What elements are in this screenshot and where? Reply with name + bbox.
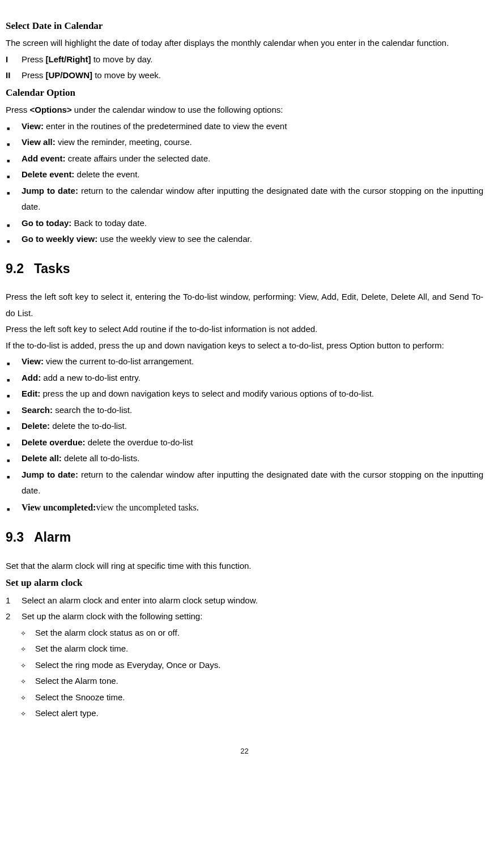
- marker: II: [6, 67, 22, 84]
- subitem-text: Set the alarm clock time.: [35, 641, 128, 657]
- subitem: Set the alarm clock time.: [20, 641, 483, 657]
- item-text: view the current to-do-list arrangement.: [44, 356, 194, 366]
- step-roman-2: II Press [UP/DOWN] to move by week.: [6, 67, 483, 84]
- item-text: search the to-do-list.: [53, 405, 132, 415]
- item-text: enter in the routines of the predetermin…: [44, 121, 287, 131]
- step-num-1: 1 Select an alarm clock and enter into a…: [6, 593, 483, 609]
- text-bold: [UP/DOWN]: [46, 70, 93, 80]
- list-item: View: view the current to-do-list arrang…: [6, 354, 483, 370]
- text-bold: <Options>: [30, 105, 72, 114]
- list-tasks-options: View: view the current to-do-list arrang…: [6, 354, 483, 516]
- step-text: Press [UP/DOWN] to move by week.: [22, 67, 161, 84]
- item-bold: Add:: [22, 373, 41, 382]
- subitem: Select alert type.: [20, 705, 483, 722]
- list-item: View all: view the reminder, meeting, co…: [6, 134, 483, 151]
- step-text: Set up the alarm clock with the followin…: [22, 609, 202, 625]
- para-select-date: The screen will highlight the date of to…: [6, 35, 483, 52]
- para-tasks-1: Press the left soft key to select it, en…: [6, 289, 483, 321]
- list-item: Delete all: delete all to-do-lists.: [6, 450, 483, 467]
- item-bold: View:: [22, 121, 44, 131]
- item-text: use the weekly view to see the calendar.: [97, 234, 252, 244]
- item-text: delete the event.: [74, 169, 139, 179]
- item-bold: View uncompleted:: [22, 503, 96, 512]
- item-text: delete the to-do-list.: [50, 421, 127, 431]
- item-text: return to the calendar window after inpu…: [22, 186, 483, 212]
- item-text: view the uncompleted tasks.: [96, 503, 198, 512]
- list-item: Delete overdue: delete the overdue to-do…: [6, 435, 483, 451]
- subitem-text: Set the alarm clock status as on or off.: [35, 625, 180, 641]
- heading-tasks: 9.2Tasks: [6, 257, 483, 282]
- list-item: Search: search the to-do-list.: [6, 402, 483, 419]
- item-text: view the reminder, meeting, course.: [56, 137, 192, 147]
- heading-title: Alarm: [34, 530, 71, 544]
- item-bold: Delete:: [22, 421, 50, 431]
- item-bold: Edit:: [22, 389, 40, 398]
- item-bold: Jump to date:: [22, 470, 78, 479]
- text-post: to move by day.: [91, 54, 153, 64]
- heading-title: Tasks: [34, 261, 70, 276]
- item-bold: Delete event:: [22, 169, 74, 179]
- item-text: return to the calendar window after inpu…: [22, 470, 483, 496]
- list-item-serif: View uncompleted:view the uncompleted ta…: [6, 499, 483, 516]
- list-item: Jump to date: return to the calendar win…: [6, 183, 483, 215]
- item-text: delete all to-do-lists.: [62, 453, 140, 463]
- step-roman-1: I Press [Left/Right] to move by day.: [6, 52, 483, 68]
- list-item: Add event: create affairs under the sele…: [6, 151, 483, 167]
- item-text: add a new to-do-list entry.: [41, 373, 141, 382]
- list-item: Go to weekly view: use the weekly view t…: [6, 231, 483, 248]
- subitem: Select the Alarm tone.: [20, 673, 483, 690]
- subitem-text: Select the ring mode as Everyday, Once o…: [35, 657, 220, 674]
- item-bold: Go to today:: [22, 218, 71, 228]
- marker: 2: [6, 609, 22, 625]
- subitem-text: Select the Alarm tone.: [35, 673, 118, 690]
- text-pre: Press: [22, 54, 46, 64]
- list-item: Add: add a new to-do-list entry.: [6, 370, 483, 386]
- list-item: Delete: delete the to-do-list.: [6, 418, 483, 435]
- marker: 1: [6, 593, 22, 609]
- list-item: Edit: press the up and down navigation k…: [6, 386, 483, 402]
- item-text: delete the overdue to-do-list: [86, 437, 193, 447]
- heading-calendar-option: Calendar Option: [6, 84, 483, 102]
- list-alarm-subitems: Set the alarm clock status as on or off.…: [6, 625, 483, 722]
- list-item: Jump to date: return to the calendar win…: [6, 467, 483, 499]
- para-tasks-2: Press the left soft key to select Add ro…: [6, 321, 483, 338]
- text-bold: [Left/Right]: [46, 54, 91, 64]
- text-post: to move by week.: [92, 70, 161, 80]
- page-number: 22: [6, 744, 483, 759]
- item-bold: View all:: [22, 137, 56, 147]
- item-bold: Jump to date:: [22, 186, 78, 195]
- subitem: Set the alarm clock status as on or off.: [20, 625, 483, 641]
- para-tasks-3: If the to-do-list is added, press the up…: [6, 338, 483, 354]
- item-bold: Delete all:: [22, 453, 62, 463]
- subitem-text: Select alert type.: [35, 705, 99, 722]
- list-roman-steps: I Press [Left/Right] to move by day. II …: [6, 52, 483, 84]
- item-text: press the up and down navigation keys to…: [40, 389, 374, 398]
- list-item: Delete event: delete the event.: [6, 167, 483, 183]
- heading-setup-alarm: Set up alarm clock: [6, 574, 483, 592]
- list-alarm-steps: 1 Select an alarm clock and enter into a…: [6, 593, 483, 625]
- heading-number: 9.3: [6, 530, 24, 544]
- subitem-text: Select the Snooze time.: [35, 690, 125, 706]
- para-calendar-option-intro: Press <Options> under the calendar windo…: [6, 102, 483, 118]
- list-calendar-options: View: enter in the routines of the prede…: [6, 118, 483, 248]
- item-bold: Search:: [22, 405, 53, 415]
- list-item: Go to today: Back to today date.: [6, 215, 483, 232]
- subitem: Select the Snooze time.: [20, 690, 483, 706]
- step-num-2: 2 Set up the alarm clock with the follow…: [6, 609, 483, 625]
- text-pre: Press: [22, 70, 46, 80]
- item-bold: Go to weekly view:: [22, 234, 97, 244]
- step-text: Select an alarm clock and enter into ala…: [22, 593, 258, 609]
- item-bold: View:: [22, 356, 44, 366]
- step-text: Press [Left/Right] to move by day.: [22, 52, 152, 68]
- subitem: Select the ring mode as Everyday, Once o…: [20, 657, 483, 674]
- item-text: create affairs under the selected date.: [66, 154, 211, 163]
- text-post: under the calendar window to use the fol…: [72, 105, 283, 114]
- marker: I: [6, 52, 22, 68]
- heading-alarm: 9.3Alarm: [6, 525, 483, 550]
- item-bold: Delete overdue:: [22, 437, 86, 447]
- heading-select-date: Select Date in Calendar: [6, 17, 483, 35]
- item-text: Back to today date.: [71, 218, 147, 228]
- item-bold: Add event:: [22, 154, 66, 163]
- heading-number: 9.2: [6, 261, 24, 276]
- text-pre: Press: [6, 105, 30, 114]
